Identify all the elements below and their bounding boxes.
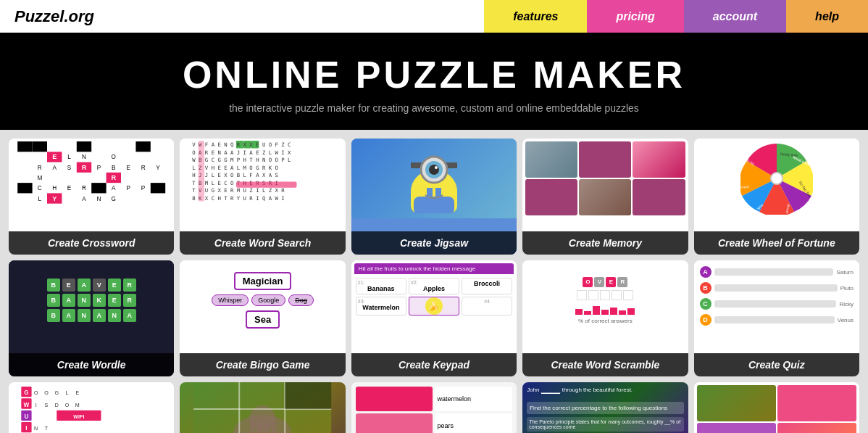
svg-rect-55 [414, 197, 454, 213]
puzzle-card-keypad[interactable]: Hit all the fruits to unlock the hidden … [351, 260, 517, 376]
svg-text:WIFI: WIFI [73, 414, 84, 420]
nav-account[interactable]: account [684, 0, 786, 33]
jigsaw-preview [351, 139, 517, 218]
puzzle-card-matching[interactable]: watermelon pears Create Matching [351, 382, 517, 433]
memory-preview [522, 139, 688, 218]
fillgap-preview: John ______ through the beautiful forest… [522, 382, 688, 433]
svg-text:O A R E N A A J I A E Z L W I : O A R E N A A J I A E Z L W I X [192, 149, 291, 156]
puzzle-card-wheeloffortune[interactable]: Read a book family time Tic-Tac-Toe dinn… [694, 139, 859, 255]
svg-text:M: M [75, 403, 80, 408]
svg-text:G: G [54, 390, 59, 396]
puzzle-card-wordle[interactable]: B E A V E R B A N K E R B A N A [9, 260, 174, 376]
wordle-preview: B E A V E R B A N K E R B A N A [9, 260, 174, 340]
wordsearch-label: Create Word Search [180, 231, 345, 255]
svg-rect-100 [265, 422, 270, 433]
svg-point-64 [771, 173, 783, 184]
svg-text:R: R [82, 185, 86, 191]
wordscramble-label: Create Word Scramble [522, 353, 688, 376]
keypad-preview: Hit all the fruits to unlock the hidden … [351, 260, 517, 340]
svg-text:W: W [24, 402, 30, 408]
svg-text:L: L [38, 196, 42, 202]
svg-point-61 [429, 165, 439, 175]
svg-text:M: M [37, 175, 42, 181]
svg-text:C: C [38, 185, 42, 191]
keypad-label: Create Keypad [351, 353, 517, 376]
svg-text:I: I [25, 425, 27, 432]
crossword-preview: E R R Y L N O R A S P B E R Y M C H E R [9, 139, 174, 218]
puzzle-card-memory[interactable]: Create Memory [522, 139, 688, 255]
svg-text:B: B [112, 165, 116, 171]
svg-rect-3 [77, 141, 91, 152]
svg-text:U: U [24, 413, 28, 420]
svg-rect-52 [199, 141, 204, 202]
puzzle-card-fillgap[interactable]: John ______ through the beautiful forest… [522, 382, 688, 433]
puzzle-card-bingo[interactable]: Magician Whisper Google Dog Sea Create B… [180, 260, 345, 376]
svg-text:A: A [82, 196, 86, 202]
svg-text:L: L [66, 390, 69, 396]
svg-rect-4 [135, 141, 150, 152]
svg-text:T: T [45, 426, 49, 432]
svg-text:Y: Y [156, 165, 160, 171]
svg-text:O: O [112, 154, 116, 160]
svg-text:G: G [112, 196, 116, 202]
svg-text:W B G C G G M P H T H N O O P : W B G C G G M P H T H N O O P L [192, 157, 291, 163]
wheeloffortune-label: Create Wheel of Fortune [694, 231, 859, 255]
quiz-label: Create Quiz [694, 353, 859, 376]
svg-text:Y: Y [52, 195, 57, 202]
puzzle-card-sliding[interactable]: Create Sliding Puzzle [180, 382, 345, 433]
puzzle-card-crossword[interactable]: E R R Y L N O R A S P B E R Y M C H E R [9, 139, 174, 255]
svg-text:O: O [44, 390, 49, 396]
svg-rect-106 [285, 382, 332, 409]
logo: Puzzel.org [0, 7, 130, 26]
svg-text:L: L [67, 154, 71, 160]
hero-banner: ONLINE PUZZLE MAKER the interactive puzz… [0, 33, 868, 130]
puzzle-card-wordscramble[interactable]: O V E R % of [522, 260, 688, 376]
svg-text:N: N [96, 196, 101, 202]
svg-text:O: O [34, 390, 38, 396]
svg-rect-98 [251, 422, 255, 433]
svg-text:E: E [126, 165, 130, 171]
header: Puzzel.org features pricing account help [0, 0, 868, 33]
svg-text:O: O [65, 403, 70, 408]
svg-text:T V U G X E R M U Z I L Z X R: T V U G X E R M U Z I L Z X R [192, 187, 285, 194]
memory-label: Create Memory [522, 231, 688, 255]
puzzle-grid: E R R Y L N O R A S P B E R Y M C H E R [0, 130, 868, 433]
svg-text:N: N [82, 154, 86, 160]
wheel-preview: Read a book family time Tic-Tac-Toe dinn… [694, 139, 859, 218]
crossword-label: Create Crossword [9, 231, 174, 255]
nav-help[interactable]: help [786, 0, 868, 33]
svg-rect-99 [258, 422, 262, 433]
wordsearch-preview: V W F A E N Q R X X E U O F Z C O A R E … [180, 139, 345, 218]
puzzle-card-jigsaw[interactable]: Create Jigsaw [351, 139, 517, 255]
svg-rect-72 [21, 385, 162, 433]
svg-text:E: E [75, 390, 79, 396]
svg-text:B K X C H T R Y U R I Q A W I: B K X C H T R Y U R I Q A W I [192, 194, 284, 201]
jigsaw-label: Create Jigsaw [351, 231, 517, 255]
svg-rect-2 [33, 141, 47, 152]
svg-text:E: E [52, 153, 57, 160]
svg-text:Unload dish: Unload dish [740, 185, 749, 191]
svg-text:A: A [52, 165, 57, 171]
svg-text:R: R [141, 165, 146, 171]
puzzle-card-wordsearch[interactable]: V W F A E N Q R X X E U O F Z C O A R E … [180, 139, 345, 255]
wordle-label: Create Wordle [9, 353, 174, 376]
nav-features[interactable]: features [484, 0, 587, 33]
svg-text:E: E [67, 185, 72, 191]
puzzle-card-quiz[interactable]: A Saturn B Pluto C Ricky D Venus Create … [694, 260, 859, 376]
quiz-preview: A Saturn B Pluto C Ricky D Venus [694, 260, 859, 340]
nav-pricing[interactable]: pricing [587, 0, 683, 33]
puzzle-card-quartets[interactable]: Create Quartets [694, 382, 859, 433]
acrostic-preview: G O O G L E W I S D O M U WIFI I [9, 382, 174, 433]
quartets-preview [694, 382, 859, 433]
bingo-preview: Magician Whisper Google Dog Sea [180, 260, 345, 340]
svg-text:P: P [126, 185, 130, 191]
puzzle-card-acrostic[interactable]: G O O G L E W I S D O M U WIFI I [9, 382, 174, 433]
svg-text:I: I [36, 403, 37, 408]
bingo-label: Create Bingo Game [180, 353, 345, 376]
svg-text:N: N [34, 426, 38, 432]
svg-rect-51 [236, 181, 297, 187]
sliding-preview [180, 382, 345, 433]
svg-text:R: R [38, 165, 42, 171]
svg-rect-6 [91, 183, 106, 193]
svg-text:P: P [97, 165, 101, 171]
